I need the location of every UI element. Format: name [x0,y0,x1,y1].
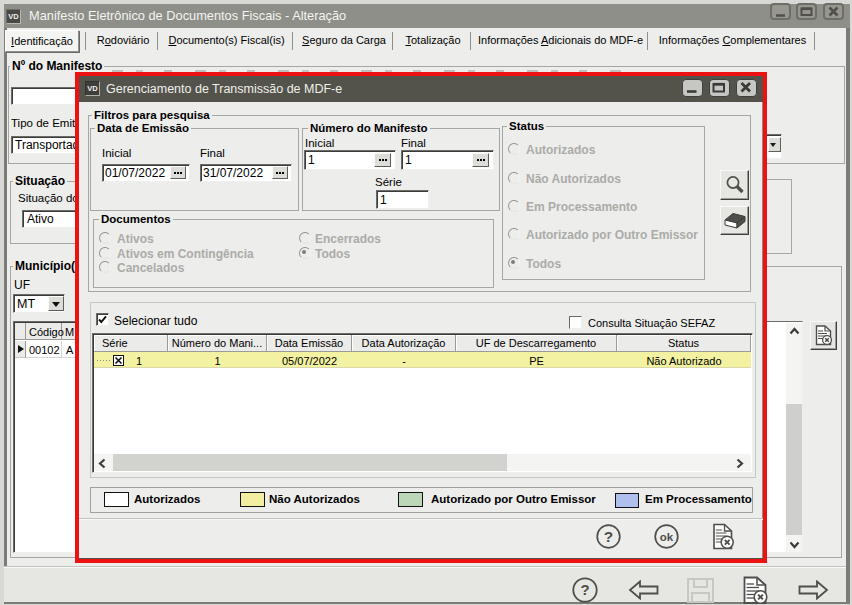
svg-text:ok: ok [660,531,674,543]
svg-text:?: ? [580,581,589,598]
svg-text:?: ? [604,528,613,545]
